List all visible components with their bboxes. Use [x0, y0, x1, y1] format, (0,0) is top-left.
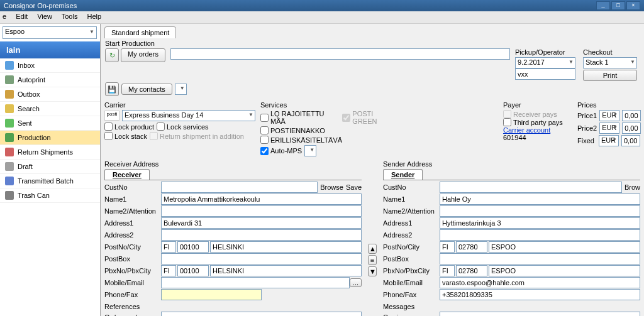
menu-tools[interactable]: Tools: [62, 13, 78, 20]
label-pbxno: PbxNo/PbxCity: [104, 267, 161, 275]
label-s-address2: Address2: [383, 231, 440, 239]
receiver-post-city[interactable]: [210, 241, 362, 253]
menu-view[interactable]: View: [37, 13, 52, 20]
third-party-checkbox[interactable]: Third party pays: [503, 118, 572, 126]
receiver-custno-input[interactable]: [161, 182, 318, 193]
app-title: Consignor On-premises: [4, 1, 77, 10]
minimize-button[interactable]: _: [596, 1, 610, 10]
refresh-icon[interactable]: ↻: [105, 48, 119, 62]
location-dropdown[interactable]: Espoo: [3, 26, 97, 39]
price-value[interactable]: [621, 135, 640, 146]
price-value[interactable]: [622, 110, 641, 121]
nav-item-trash-can[interactable]: Trash Can: [0, 188, 100, 203]
nav-icon: [5, 162, 14, 171]
carrier-logo-icon: posti: [104, 111, 119, 121]
nav-list: InboxAutoprintOutboxSearchSentProduction…: [0, 58, 100, 203]
swap-down-button[interactable]: ▼: [368, 266, 377, 276]
receiver-tab[interactable]: Receiver: [104, 169, 150, 180]
receiver-name2-input[interactable]: [161, 205, 362, 217]
receiver-mobile-more-button[interactable]: ...: [350, 278, 362, 287]
receiver-browse-link[interactable]: Browse: [320, 183, 343, 191]
receiver-mobile-input[interactable]: [161, 277, 350, 288]
nav-item-inbox[interactable]: Inbox: [0, 58, 100, 73]
close-button[interactable]: ×: [626, 1, 640, 10]
sender-pbx-city[interactable]: [489, 265, 640, 276]
swap-mid-button[interactable]: ≡: [368, 255, 377, 265]
my-contacts-button[interactable]: My contacts: [121, 84, 172, 95]
nav-item-return-shipments[interactable]: Return Shipments: [0, 145, 100, 160]
receiver-pbx-no[interactable]: [177, 265, 209, 276]
nav-icon: [5, 119, 14, 128]
sender-pbx-no[interactable]: [456, 265, 487, 276]
sender-custno-input[interactable]: [440, 182, 622, 193]
sender-name2-input[interactable]: [440, 205, 640, 217]
service-3[interactable]: ERILLISKÄSITELTÄVÄ: [260, 136, 342, 144]
sender-post-city[interactable]: [489, 241, 640, 253]
receiver-pbx-city[interactable]: [210, 265, 362, 276]
nav-item-autoprint[interactable]: Autoprint: [0, 73, 100, 87]
service-2[interactable]: POSTIENNAKKO: [260, 126, 325, 134]
save-icon[interactable]: 💾: [105, 82, 119, 96]
sender-name1-input[interactable]: [440, 193, 640, 205]
nav-item-transmitted-batch[interactable]: Transmitted Batch: [0, 174, 100, 188]
nav-item-outbox[interactable]: Outbox: [0, 87, 100, 102]
operator-input[interactable]: [515, 68, 575, 80]
price-currency[interactable]: EUR: [599, 123, 619, 134]
stack-dropdown[interactable]: Stack 1: [583, 57, 637, 68]
price-currency[interactable]: EUR: [599, 135, 619, 146]
menu-help[interactable]: Help: [87, 13, 101, 20]
nav-item-draft[interactable]: Draft: [0, 160, 100, 174]
receiver-post-no[interactable]: [177, 241, 209, 253]
nav-icon: [5, 61, 14, 70]
menu-file[interactable]: e: [3, 13, 6, 20]
sender-pbx-country[interactable]: [440, 265, 455, 276]
carrier-product-dropdown[interactable]: Express Business Day 14: [122, 110, 255, 121]
msg-carrier-input[interactable]: [440, 312, 640, 316]
label-custno: CustNo: [104, 183, 161, 191]
label-postbox: PostBox: [104, 255, 161, 263]
print-button[interactable]: Print: [583, 70, 637, 81]
auto-mps-dropdown[interactable]: [304, 145, 316, 156]
label-mobile: Mobile/Email: [104, 279, 161, 286]
sender-address-section: Sender Address Sender CustNoBrow Name1 N…: [383, 160, 640, 316]
price-value[interactable]: [622, 123, 641, 134]
receiver-address2-input[interactable]: [161, 229, 362, 241]
receiver-post-country[interactable]: [161, 241, 176, 253]
sender-postbox-input[interactable]: [440, 253, 640, 264]
maximize-button[interactable]: □: [611, 1, 625, 10]
sender-post-no[interactable]: [456, 241, 487, 253]
label-name2: Name2/Attention: [104, 207, 161, 215]
service-0[interactable]: LQ RAJOITETTU MÄÄ: [260, 110, 340, 125]
sender-address2-input[interactable]: [440, 229, 640, 241]
lock-stack-checkbox[interactable]: Lock stack: [104, 132, 147, 140]
receiver-postbox-input[interactable]: [161, 253, 362, 264]
receiver-pbx-country[interactable]: [161, 265, 176, 276]
nav-item-search[interactable]: Search: [0, 102, 100, 116]
lock-product-checkbox[interactable]: Lock product: [104, 123, 154, 131]
sender-mobile-input[interactable]: [440, 277, 640, 288]
order-search-input[interactable]: [170, 48, 510, 60]
sender-tab[interactable]: Sender: [383, 169, 423, 180]
receiver-phone-input[interactable]: [161, 289, 262, 300]
swap-up-button[interactable]: ▲: [368, 244, 377, 254]
service-4[interactable]: Auto-MPS: [260, 147, 302, 155]
my-orders-button[interactable]: My orders: [121, 48, 165, 62]
sender-address1-input[interactable]: [440, 217, 640, 229]
ordernumber-input[interactable]: [161, 312, 362, 316]
receiver-save-link[interactable]: Save: [346, 183, 362, 191]
price-currency[interactable]: EUR: [599, 110, 619, 121]
contacts-dropdown-arrow[interactable]: [175, 84, 187, 95]
menu-edit[interactable]: Edit: [16, 13, 28, 20]
pickup-date-dropdown[interactable]: 9.2.2017: [515, 57, 575, 68]
nav-item-sent[interactable]: Sent: [0, 116, 100, 131]
receiver-address1-input[interactable]: [161, 217, 362, 229]
tab-standard-shipment[interactable]: Standard shipment: [104, 26, 176, 38]
sender-browse-link[interactable]: Brow: [625, 183, 640, 191]
nav-item-production[interactable]: Production: [0, 131, 100, 145]
services-label: Services: [260, 101, 399, 109]
lock-services-checkbox[interactable]: Lock services: [157, 123, 209, 131]
receiver-name1-input[interactable]: [161, 193, 362, 205]
sender-phone-input[interactable]: [440, 289, 640, 300]
carrier-account-link[interactable]: Carrier account: [503, 126, 572, 134]
sender-post-country[interactable]: [440, 241, 455, 253]
